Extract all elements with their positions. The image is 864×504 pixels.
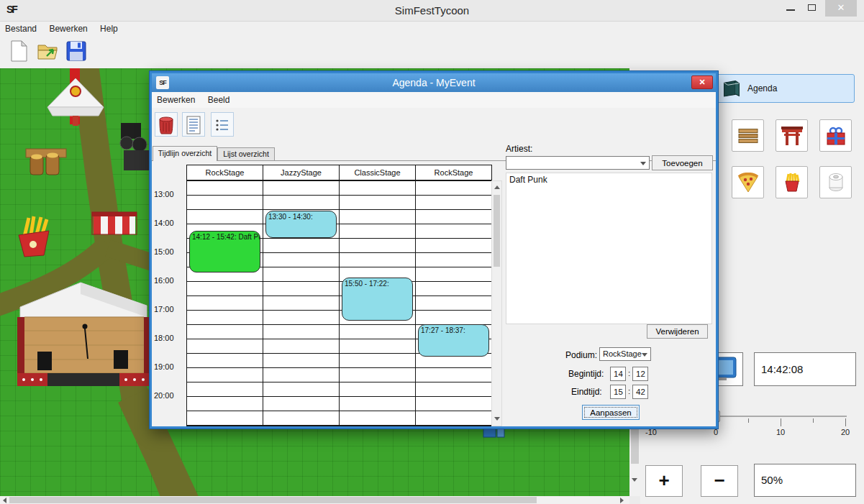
schedule-event[interactable]: 15:50 - 17:22: xyxy=(342,278,413,320)
artist-combobox[interactable] xyxy=(506,156,650,170)
shop-item-pallet[interactable] xyxy=(732,119,764,152)
maximize-button[interactable] xyxy=(803,0,822,17)
tab-lijst-overzicht[interactable]: Lijst overzicht xyxy=(217,147,275,161)
list-view-icon xyxy=(215,118,229,132)
artist-list[interactable]: Daft Punk xyxy=(506,173,712,324)
time-label: 19:00 xyxy=(154,362,174,371)
main-toolbar xyxy=(0,36,864,68)
podium-combobox[interactable]: RockStage xyxy=(599,347,651,361)
grid-column[interactable] xyxy=(187,181,263,426)
grid-body[interactable]: 14:12 - 15:42: Daft Punk13:30 - 14:30:15… xyxy=(186,180,492,426)
time-label: 13:00 xyxy=(154,190,174,198)
time-label: 17:00 xyxy=(154,305,174,313)
clock-display: 14:42:08 xyxy=(754,352,856,386)
end-time-label: Eindtijd: xyxy=(571,387,602,397)
minimize-icon xyxy=(786,9,795,11)
menu-bewerken[interactable]: Bewerken xyxy=(44,22,92,36)
save-icon xyxy=(66,41,86,61)
list-view-button[interactable] xyxy=(211,112,234,137)
artist-label: Artiest: xyxy=(506,144,532,154)
trash-icon xyxy=(158,116,174,134)
market-stand xyxy=(26,149,66,175)
dialog-titlebar[interactable]: SF Agenda - MyEvent ✕ xyxy=(152,73,716,92)
grid-header: RockStageJazzyStageClassicStageRockStage xyxy=(186,165,492,180)
grid-scroll-thumb[interactable] xyxy=(494,195,500,267)
shop-item-gift[interactable] xyxy=(819,119,852,152)
horizontal-scroll-thumb[interactable] xyxy=(9,497,537,503)
podium-combo-value: RockStage xyxy=(603,349,642,358)
slider-label: 20 xyxy=(841,428,850,436)
new-file-icon xyxy=(9,40,28,62)
time-label: 18:00 xyxy=(154,334,174,342)
open-file-icon xyxy=(37,40,58,62)
drum-kit xyxy=(120,123,150,170)
podium-label: Podium: xyxy=(565,350,597,360)
agenda-book-icon xyxy=(722,80,742,98)
column-header: ClassicStage xyxy=(340,165,415,180)
map-horizontal-scrollbar[interactable] xyxy=(0,496,629,504)
grid-column[interactable] xyxy=(416,181,491,426)
blue-sign-small xyxy=(497,428,504,437)
new-file-button[interactable] xyxy=(6,39,32,65)
menu-help[interactable]: Help xyxy=(95,22,123,36)
zoom-out-button[interactable]: − xyxy=(701,465,738,497)
schedule-event[interactable]: 13:30 - 14:30: xyxy=(265,211,337,238)
artist-list-item[interactable]: Daft Punk xyxy=(506,173,711,186)
maximize-icon xyxy=(808,4,816,11)
dialog-title: Agenda - MyEvent xyxy=(152,73,716,92)
scroll-down-icon[interactable] xyxy=(632,478,637,482)
slider-labels: -1001020 xyxy=(651,428,847,438)
open-file-button[interactable] xyxy=(35,39,60,65)
close-button[interactable]: ✕ xyxy=(825,0,857,17)
apply-button[interactable]: Aanpassen xyxy=(582,405,640,420)
zoom-level-display: 50% xyxy=(754,464,856,497)
dialog-menu-beeld[interactable]: Beeld xyxy=(203,92,235,108)
sidebar-agenda-label: Agenda xyxy=(747,75,777,102)
dialog-close-button[interactable]: ✕ xyxy=(691,75,713,89)
scroll-left-icon[interactable] xyxy=(3,498,6,503)
window-titlebar[interactable]: SF SimFestTycoon ✕ xyxy=(0,0,864,22)
remove-artist-button[interactable]: Verwijderen xyxy=(647,324,708,339)
grid-scrollbar[interactable] xyxy=(491,180,502,426)
agenda-dialog: SF Agenda - MyEvent ✕ Bewerken Beeld Tij… xyxy=(150,71,718,429)
slider-tick xyxy=(845,418,846,426)
end-hour-input[interactable]: 15 xyxy=(610,385,626,399)
slider-tick xyxy=(748,418,749,423)
toilet-paper-icon xyxy=(827,173,845,193)
close-icon: ✕ xyxy=(837,2,845,13)
zoom-in-button[interactable]: + xyxy=(645,465,683,497)
shop-item-pizza[interactable] xyxy=(732,166,764,198)
timeline-view-icon xyxy=(186,116,201,134)
slider-label: -10 xyxy=(645,428,657,436)
tab-tijdlijn-overzicht[interactable]: Tijdlijn overzicht xyxy=(153,146,217,161)
dialog-menu-bewerken[interactable]: Bewerken xyxy=(152,92,200,108)
chevron-down-icon xyxy=(642,353,647,357)
minimize-button[interactable] xyxy=(781,0,800,17)
sidebar-agenda-button[interactable]: Agenda xyxy=(712,74,855,103)
torii-gate-icon xyxy=(781,126,803,146)
start-time-label: Begintijd: xyxy=(568,369,604,379)
save-button[interactable] xyxy=(63,39,89,65)
add-artist-button[interactable]: Toevoegen xyxy=(652,155,713,170)
timeline-view-button[interactable] xyxy=(182,112,205,137)
grid-scroll-down-icon[interactable] xyxy=(494,417,500,421)
shop-item-torii[interactable] xyxy=(776,119,808,152)
slider-tick xyxy=(781,418,781,426)
start-hour-input[interactable]: 14 xyxy=(610,367,626,381)
end-minute-input[interactable]: 42 xyxy=(632,385,648,399)
schedule-event[interactable]: 17:27 - 18:37: xyxy=(418,324,489,357)
slider-tick xyxy=(813,418,814,423)
slider-label: 10 xyxy=(776,428,785,436)
dialog-menu-bar: Bewerken Beeld xyxy=(152,92,716,108)
menu-bestand[interactable]: Bestand xyxy=(0,22,42,36)
grid-scroll-up-icon[interactable] xyxy=(494,185,500,189)
shop-item-toilet-paper[interactable] xyxy=(819,166,852,198)
start-minute-input[interactable]: 12 xyxy=(632,367,648,381)
scroll-right-icon[interactable] xyxy=(620,498,624,503)
shop-item-fries[interactable] xyxy=(776,166,808,198)
pallet-icon xyxy=(737,126,759,145)
time-label: 15:00 xyxy=(154,247,174,256)
schedule-event[interactable]: 14:12 - 15:42: Daft Punk xyxy=(189,231,260,272)
delete-event-button[interactable] xyxy=(155,112,178,137)
chevron-down-icon xyxy=(640,162,646,165)
